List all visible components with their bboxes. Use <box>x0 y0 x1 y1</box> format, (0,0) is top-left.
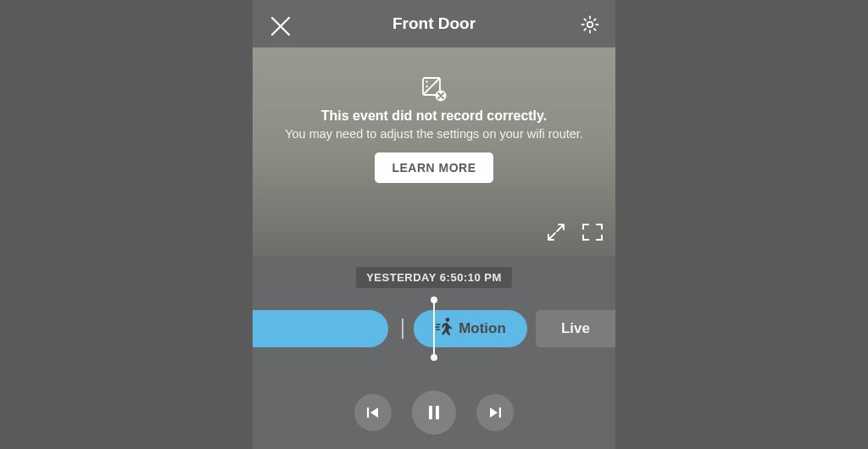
header-bar: Front Door <box>253 0 615 47</box>
error-title: This event did not record correctly. <box>253 108 615 124</box>
svg-point-2 <box>426 80 427 82</box>
recording-error-icon <box>421 76 447 102</box>
running-person-icon <box>435 317 453 341</box>
gear-icon[interactable] <box>580 14 600 35</box>
previous-event-pill[interactable] <box>253 310 388 347</box>
app-screen: Front Door This event did not record cor… <box>253 0 615 449</box>
timestamp-row: YESTERDAY 6:50:10 PM <box>253 256 615 298</box>
svg-point-7 <box>446 318 450 322</box>
event-timestamp: YESTERDAY 6:50:10 PM <box>356 267 512 288</box>
svg-point-0 <box>587 22 593 27</box>
svg-point-3 <box>426 86 427 87</box>
motion-event-pill[interactable]: Motion <box>414 310 527 347</box>
learn-more-button[interactable]: LEARN MORE <box>375 152 492 183</box>
live-button[interactable]: Live <box>536 310 615 347</box>
playback-controls <box>253 359 615 449</box>
video-viewport: This event did not record correctly. You… <box>253 47 615 256</box>
timeline-separator <box>402 319 403 339</box>
page-title: Front Door <box>392 14 476 33</box>
svg-rect-8 <box>367 407 369 418</box>
motion-label: Motion <box>459 320 506 337</box>
event-timeline[interactable]: Motion Live <box>253 298 615 359</box>
svg-rect-11 <box>499 407 501 418</box>
error-subtitle: You may need to adjust the settings on y… <box>253 127 615 141</box>
close-icon[interactable] <box>270 15 292 37</box>
expand-arrows-icon[interactable] <box>546 222 566 246</box>
svg-rect-9 <box>429 406 432 419</box>
previous-button[interactable] <box>354 394 392 431</box>
pause-button[interactable] <box>412 391 456 435</box>
next-button[interactable] <box>476 394 514 431</box>
viewport-controls <box>546 222 604 246</box>
svg-rect-10 <box>436 406 439 419</box>
fullscreen-icon[interactable] <box>581 223 604 245</box>
error-message: This event did not record correctly. You… <box>253 76 615 183</box>
